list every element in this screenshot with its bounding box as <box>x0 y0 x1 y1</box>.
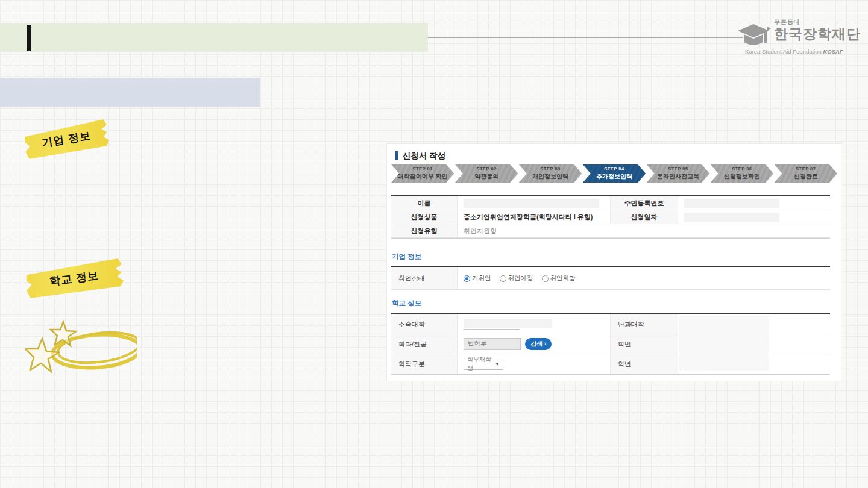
step-06: STEP 06 신청정보확인 <box>711 164 773 183</box>
redacted-value <box>464 319 552 328</box>
enrollment-status-value: 학부재학생 ▼ <box>458 354 611 374</box>
logo-brand-small: 푸른등대 <box>774 18 861 27</box>
name-value <box>458 196 611 210</box>
chevron-down-icon: ▼ <box>495 361 500 367</box>
star-circle-doodle <box>25 318 137 378</box>
student-id-label: 학번 <box>611 334 678 354</box>
application-date-label: 신청일자 <box>611 210 678 224</box>
radio-circle-icon <box>464 275 470 282</box>
school-section-title: 학교 정보 <box>392 299 421 308</box>
application-type-value: 취업지원형 <box>458 224 830 238</box>
applicant-summary-table: 이름 주민등록번호 신청상품 중소기업취업연계장학금(희망사다리 I 유형) 신… <box>391 195 830 239</box>
slide-canvas: { "colors": { "accent_blue": "#1b5a96", … <box>0 0 868 488</box>
major-value: 법학부 검색 › <box>458 334 611 354</box>
kosaf-logo: 푸른등대 한국장학재단 Korea Student Aid Foundation… <box>737 17 854 57</box>
step-03: STEP 03 개인정보입력 <box>519 164 582 183</box>
company-section-title: 기업 정보 <box>392 252 421 261</box>
logo-brand-english: Korea Student Aid Foundation KOSAF <box>745 48 843 55</box>
step-02: STEP 02 약관동의 <box>455 164 518 183</box>
product-value: 중소기업취업연계장학금(희망사다리 I 유형) <box>458 210 611 224</box>
application-date-value <box>678 210 830 224</box>
highlight-note-text: 기업 정보 <box>41 128 92 151</box>
slide-subtitle-band <box>0 78 260 107</box>
application-form-panel: 신청서 작성 STEP 01 대학참여여부 확인 STEP 02 약관동의 ST… <box>386 143 841 381</box>
major-input[interactable]: 법학부 <box>464 338 521 350</box>
grade-label: 학년 <box>611 354 678 374</box>
radio-employment-hoped[interactable]: 취업희망 <box>542 274 576 283</box>
major-label: 학과/전공 <box>391 334 458 354</box>
input-underline <box>464 329 520 330</box>
radio-circle-icon <box>542 275 549 282</box>
step-01: STEP 01 대학참여여부 확인 <box>391 164 454 183</box>
employment-status-label: 취업상태 <box>391 267 458 290</box>
slide-title-band <box>0 23 428 52</box>
step-05: STEP 05 온라인사전교육 <box>647 164 709 183</box>
university-label: 소속대학 <box>391 314 458 334</box>
employment-status-options: 기취업 취업예정 취업희망 <box>458 267 830 290</box>
grade-input-underline <box>681 369 707 369</box>
application-type-label: 신청유형 <box>391 224 458 238</box>
progress-steps: STEP 01 대학참여여부 확인 STEP 02 약관동의 STEP 03 개… <box>391 164 837 183</box>
university-input[interactable] <box>464 319 554 330</box>
highlight-note-school-info: 학교 정보 <box>24 258 125 298</box>
name-label: 이름 <box>391 196 458 210</box>
radio-employment-planned[interactable]: 취업예정 <box>500 274 533 283</box>
company-info-table: 취업상태 기취업 취업예정 취업희망 <box>391 266 830 290</box>
university-value <box>458 314 611 334</box>
highlight-note-company-info: 기업 정보 <box>22 119 110 159</box>
enrollment-status-select[interactable]: 학부재학생 ▼ <box>464 358 503 370</box>
radio-circle-icon <box>500 275 506 282</box>
product-label: 신청상품 <box>391 210 458 224</box>
resident-number-value <box>678 196 830 210</box>
radio-employed[interactable]: 기취업 <box>464 274 491 283</box>
college-label: 단과대학 <box>611 314 678 334</box>
step-07: STEP 07 신청완료 <box>775 164 837 183</box>
enrollment-status-label: 학적구분 <box>391 354 458 374</box>
header-rule-line <box>428 37 743 38</box>
redacted-school-values-overlay <box>679 316 769 371</box>
highlight-note-text: 학교 정보 <box>49 268 99 289</box>
step-04-active: STEP 04 추가정보입력 <box>583 164 646 183</box>
resident-number-label: 주민등록번호 <box>611 196 678 210</box>
title-marker <box>27 25 31 51</box>
graduation-cap-icon <box>737 23 772 51</box>
search-button[interactable]: 검색 › <box>525 338 552 350</box>
logo-brand-main: 한국장학재단 <box>774 27 861 42</box>
form-title: 신청서 작성 <box>395 151 445 160</box>
